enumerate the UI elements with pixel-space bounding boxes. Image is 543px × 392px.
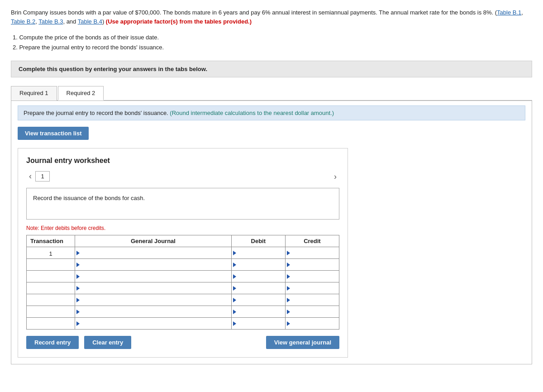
- col-header-transaction: Transaction: [27, 235, 75, 247]
- credit-cell[interactable]: [285, 306, 339, 318]
- nav-prev-button[interactable]: ‹: [26, 172, 34, 181]
- debit-cell[interactable]: [231, 282, 285, 294]
- debit-input[interactable]: [232, 271, 285, 282]
- credit-input[interactable]: [286, 247, 339, 258]
- debit-input[interactable]: [232, 282, 285, 294]
- tab-required-1[interactable]: Required 1: [11, 86, 57, 100]
- general-journal-cell[interactable]: [75, 271, 232, 282]
- debit-input[interactable]: [232, 318, 285, 329]
- general-journal-input[interactable]: [75, 271, 231, 282]
- credit-cell[interactable]: [285, 259, 339, 271]
- table-row: [27, 318, 339, 330]
- transaction-cell: 1: [27, 247, 75, 259]
- general-journal-input[interactable]: [75, 259, 231, 270]
- credit-input[interactable]: [286, 271, 339, 282]
- tab-content: Prepare the journal entry to record the …: [11, 101, 532, 364]
- general-journal-input[interactable]: [75, 294, 231, 306]
- record-entry-button[interactable]: Record entry: [26, 336, 79, 349]
- prepare-note: Prepare the journal entry to record the …: [18, 105, 525, 120]
- general-journal-input[interactable]: [75, 306, 231, 317]
- debit-input[interactable]: [232, 259, 285, 270]
- debit-cell[interactable]: [231, 318, 285, 330]
- transaction-cell: [27, 282, 75, 294]
- record-desc-box: Record the issuance of the bonds for cas…: [26, 188, 339, 220]
- clear-entry-button[interactable]: Clear entry: [84, 336, 131, 349]
- general-journal-cell[interactable]: [75, 318, 232, 330]
- table-row: [27, 294, 339, 306]
- table-row: [27, 271, 339, 282]
- debit-input[interactable]: [232, 247, 285, 258]
- credit-cell[interactable]: [285, 294, 339, 306]
- step-2: 2. Prepare the journal entry to record t…: [13, 43, 532, 53]
- intro-main: Brin Company issues bonds with a par val…: [11, 9, 497, 16]
- transaction-cell: [27, 259, 75, 271]
- view-general-journal-button[interactable]: View general journal: [266, 336, 339, 349]
- general-journal-input[interactable]: [75, 318, 231, 329]
- intro-paragraph: Brin Company issues bonds with a par val…: [11, 8, 532, 26]
- general-journal-cell[interactable]: [75, 247, 232, 259]
- general-journal-cell[interactable]: [75, 306, 232, 318]
- instruction-text: Complete this question by entering your …: [19, 66, 207, 72]
- tab-required-2[interactable]: Required 2: [58, 86, 104, 100]
- debit-input[interactable]: [232, 306, 285, 317]
- credit-input[interactable]: [286, 294, 339, 306]
- tabs-row: Required 1 Required 2: [11, 86, 532, 101]
- debit-cell[interactable]: [231, 306, 285, 318]
- nav-next-button[interactable]: ›: [331, 172, 339, 182]
- table-b4-link[interactable]: Table B.4: [78, 18, 102, 25]
- debit-cell[interactable]: [231, 294, 285, 306]
- steps-list: 1. Compute the price of the bonds as of …: [13, 33, 532, 53]
- debits-before-credits-note: Note: Enter debits before credits.: [26, 225, 339, 231]
- credit-cell[interactable]: [285, 318, 339, 330]
- general-journal-cell[interactable]: [75, 282, 232, 294]
- table-b3-link[interactable]: Table B.3: [38, 18, 63, 25]
- table-row: 1: [27, 247, 339, 259]
- table-row: [27, 282, 339, 294]
- general-journal-input[interactable]: [75, 282, 231, 294]
- debit-cell[interactable]: [231, 247, 285, 259]
- table-b2-link[interactable]: Table B.2: [11, 18, 35, 25]
- general-journal-cell[interactable]: [75, 294, 232, 306]
- general-journal-cell[interactable]: [75, 259, 232, 271]
- credit-input[interactable]: [286, 282, 339, 294]
- transaction-cell: [27, 271, 75, 282]
- action-buttons-row: Record entry Clear entry View general jo…: [26, 336, 339, 349]
- general-journal-input[interactable]: [75, 247, 231, 258]
- worksheet-card: Journal entry worksheet ‹ 1 › Record the…: [18, 148, 348, 358]
- record-desc-text: Record the issuance of the bonds for cas…: [33, 195, 145, 201]
- col-header-debit: Debit: [231, 235, 285, 247]
- credit-input[interactable]: [286, 259, 339, 270]
- instruction-box: Complete this question by entering your …: [11, 61, 532, 77]
- prepare-note-sub: (Round intermediate calculations to the …: [170, 110, 334, 116]
- transaction-cell: [27, 318, 75, 330]
- worksheet-title: Journal entry worksheet: [26, 157, 339, 165]
- table-row: [27, 259, 339, 271]
- nav-row: ‹ 1: [26, 171, 339, 182]
- col-header-journal: General Journal: [75, 235, 232, 247]
- debit-cell[interactable]: [231, 259, 285, 271]
- and-text: , and: [63, 18, 77, 25]
- transaction-cell: [27, 306, 75, 318]
- credit-cell[interactable]: [285, 271, 339, 282]
- table-b1-link[interactable]: Table B.1: [497, 9, 521, 16]
- debit-cell[interactable]: [231, 271, 285, 282]
- table-row: [27, 306, 339, 318]
- transaction-cell: [27, 294, 75, 306]
- credit-input[interactable]: [286, 318, 339, 329]
- credit-cell[interactable]: [285, 282, 339, 294]
- nav-number: 1: [35, 171, 50, 182]
- view-transaction-list-button[interactable]: View transaction list: [18, 127, 89, 140]
- debit-input[interactable]: [232, 294, 285, 306]
- credit-input[interactable]: [286, 306, 339, 317]
- credit-cell[interactable]: [285, 247, 339, 259]
- prepare-note-main: Prepare the journal entry to record the …: [24, 110, 170, 116]
- step-1: 1. Compute the price of the bonds as of …: [13, 33, 532, 43]
- journal-table: Transaction General Journal Debit Credit…: [26, 235, 339, 330]
- col-header-credit: Credit: [285, 235, 339, 247]
- use-tables-note: (Use appropriate factor(s) from the tabl…: [106, 18, 252, 25]
